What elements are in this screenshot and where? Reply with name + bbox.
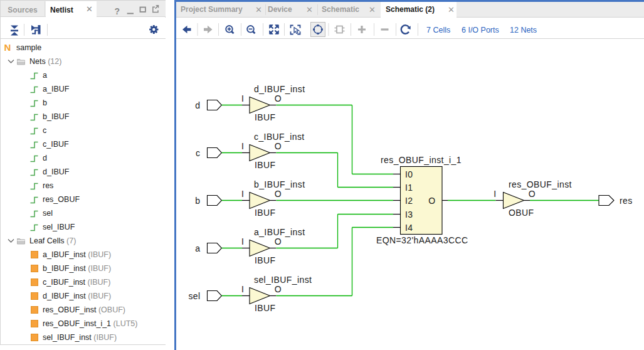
- svg-text:IBUF: IBUF: [255, 112, 276, 122]
- svg-text:I: I: [241, 189, 244, 199]
- svg-text:d: d: [195, 100, 200, 110]
- svg-text:a: a: [195, 243, 200, 253]
- svg-text:IBUF: IBUF: [255, 160, 276, 170]
- svg-text:I: I: [241, 141, 244, 151]
- svg-text:O: O: [275, 189, 282, 199]
- svg-text:O: O: [275, 141, 282, 151]
- svg-text:res_OBUF_inst_i_1: res_OBUF_inst_i_1: [381, 155, 462, 165]
- svg-text:O: O: [275, 236, 282, 247]
- svg-text:IBUF: IBUF: [255, 255, 276, 265]
- svg-text:I1: I1: [405, 183, 413, 193]
- svg-text:I2: I2: [405, 196, 413, 206]
- svg-text:sel_IBUF_inst: sel_IBUF_inst: [254, 275, 312, 285]
- svg-text:c: c: [196, 148, 200, 158]
- svg-text:?: ?: [115, 6, 120, 16]
- svg-text:res_OBUF_inst: res_OBUF_inst: [509, 179, 572, 189]
- svg-text:d_IBUF_inst: d_IBUF_inst: [254, 84, 305, 94]
- svg-text:I0: I0: [405, 169, 413, 179]
- svg-text:I: I: [241, 284, 244, 294]
- svg-text:I: I: [494, 189, 496, 199]
- svg-text:I3: I3: [405, 209, 413, 220]
- svg-text:O: O: [275, 93, 282, 103]
- svg-text:O: O: [529, 189, 536, 199]
- svg-text:I: I: [241, 236, 244, 247]
- svg-text:b: b: [195, 196, 200, 206]
- svg-text:O: O: [428, 196, 435, 206]
- svg-text:OBUF: OBUF: [509, 208, 534, 218]
- svg-text:EQN=32'hAAAA3CCC: EQN=32'hAAAA3CCC: [376, 235, 468, 245]
- svg-text:sel: sel: [188, 291, 200, 301]
- svg-text:I: I: [241, 93, 244, 103]
- svg-text:I4: I4: [405, 223, 413, 233]
- svg-text:IBUF: IBUF: [255, 208, 276, 218]
- svg-text:a_IBUF_inst: a_IBUF_inst: [254, 227, 305, 237]
- svg-text:c_IBUF_inst: c_IBUF_inst: [254, 132, 305, 142]
- svg-text:O: O: [275, 284, 282, 294]
- svg-text:res: res: [620, 196, 633, 206]
- svg-text:b_IBUF_inst: b_IBUF_inst: [254, 179, 305, 189]
- svg-text:IBUF: IBUF: [255, 303, 276, 313]
